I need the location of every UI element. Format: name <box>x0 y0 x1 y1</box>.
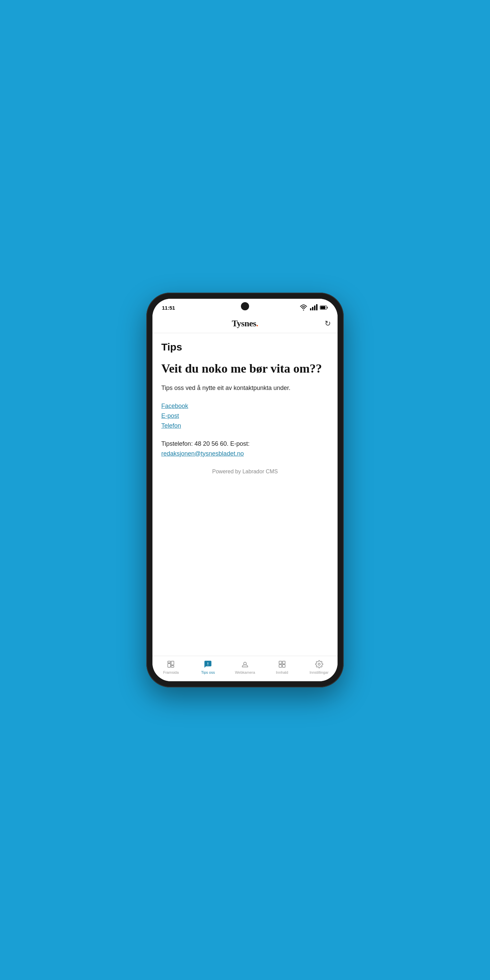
svg-rect-13 <box>279 661 282 664</box>
svg-rect-14 <box>282 661 285 664</box>
nav-label-webkamera: Webkamera <box>235 670 255 675</box>
top-bar: Tysnes. ↻ <box>153 314 337 333</box>
contact-text: Tipstelefon: 48 20 56 60. E-post: <box>161 440 250 447</box>
svg-point-12 <box>243 662 247 665</box>
innhald-icon <box>277 659 287 669</box>
svg-rect-11 <box>171 666 174 667</box>
refresh-button[interactable]: ↻ <box>325 319 331 328</box>
status-time: 11:51 <box>162 305 175 311</box>
svg-point-0 <box>303 310 304 311</box>
facebook-link[interactable]: Facebook <box>161 402 329 410</box>
framsida-icon <box>166 659 176 669</box>
innstillingar-icon <box>314 659 324 669</box>
epost-link[interactable]: E-post <box>161 412 329 420</box>
signal-icon <box>310 304 318 312</box>
page-title: Tips <box>161 341 329 353</box>
webkamera-icon <box>240 659 250 669</box>
battery-icon <box>320 304 328 312</box>
contact-info: Tipstelefon: 48 20 56 60. E-post: redaks… <box>161 439 329 459</box>
svg-point-17 <box>318 663 320 665</box>
svg-rect-10 <box>171 661 174 665</box>
status-bar: 11:51 <box>153 299 337 314</box>
logo-text: Tysnes <box>232 318 256 328</box>
nav-item-innstillingar[interactable]: Innstillingar <box>301 659 337 675</box>
camera-notch <box>241 302 249 310</box>
tips-oss-icon <box>203 659 213 669</box>
description: Tips oss ved å nytte eit av kontaktpunkt… <box>161 383 329 393</box>
app-logo: Tysnes. <box>232 318 258 329</box>
phone-device: 11:51 <box>146 293 344 687</box>
nav-label-framsida: Framsida <box>163 670 179 675</box>
telefon-link[interactable]: Telefon <box>161 422 329 430</box>
svg-rect-15 <box>279 665 282 667</box>
headline: Veit du noko me bør vita om?? <box>161 361 329 376</box>
svg-rect-8 <box>168 661 170 663</box>
svg-rect-16 <box>282 665 285 667</box>
main-content: Tips Veit du noko me bør vita om?? Tips … <box>153 333 337 656</box>
svg-rect-9 <box>168 663 170 667</box>
svg-rect-2 <box>312 307 313 310</box>
nav-item-tips-oss[interactable]: Tips oss <box>189 659 227 675</box>
svg-rect-1 <box>310 308 311 310</box>
status-icons <box>299 304 328 312</box>
svg-rect-4 <box>316 304 318 310</box>
phone-screen: 11:51 <box>153 299 337 681</box>
nav-label-tips-oss: Tips oss <box>201 670 215 675</box>
nav-item-webkamera[interactable]: Webkamera <box>227 659 264 675</box>
nav-item-innhald[interactable]: Innhald <box>263 659 301 675</box>
svg-rect-7 <box>327 307 328 308</box>
powered-by: Powered by Labrador CMS <box>161 469 329 482</box>
nav-label-innstillingar: Innstillingar <box>310 670 329 675</box>
nav-label-innhald: Innhald <box>276 670 288 675</box>
contact-email-link[interactable]: redaksjonen@tysnesbladet.no <box>161 450 243 457</box>
svg-rect-3 <box>314 305 315 310</box>
nav-item-framsida[interactable]: Framsida <box>153 659 189 675</box>
logo-dot: . <box>256 318 258 328</box>
wifi-icon <box>299 304 308 312</box>
svg-rect-6 <box>321 306 326 309</box>
links-section: Facebook E-post Telefon <box>161 402 329 430</box>
bottom-nav: Framsida Tips oss <box>153 656 337 681</box>
